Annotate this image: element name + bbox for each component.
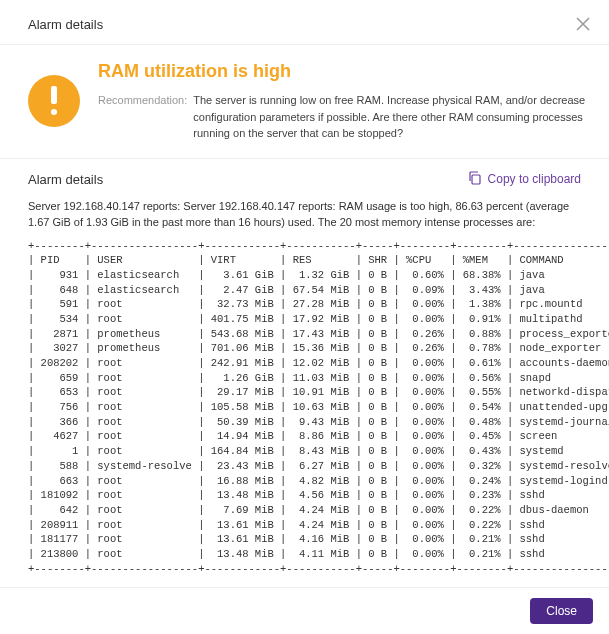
svg-point-1 [51,109,57,115]
recommendation-text: The server is running low on free RAM. I… [193,92,599,142]
copy-to-clipboard-button[interactable]: Copy to clipboard [468,171,581,188]
copy-label: Copy to clipboard [488,172,581,186]
copy-icon [468,171,482,188]
close-button[interactable]: Close [530,598,593,624]
modal-title: Alarm details [28,17,103,32]
recommendation-label: Recommendation: [98,92,187,142]
warning-icon [28,75,80,127]
svg-rect-0 [51,86,57,104]
svg-rect-2 [472,175,480,184]
details-title: Alarm details [28,172,103,187]
alarm-title: RAM utilization is high [98,61,599,82]
close-icon[interactable] [573,14,593,34]
report-intro: Server 192.168.40.147 reports: Server 19… [28,198,581,231]
process-table: +--------+-----------------+------------… [28,239,581,577]
